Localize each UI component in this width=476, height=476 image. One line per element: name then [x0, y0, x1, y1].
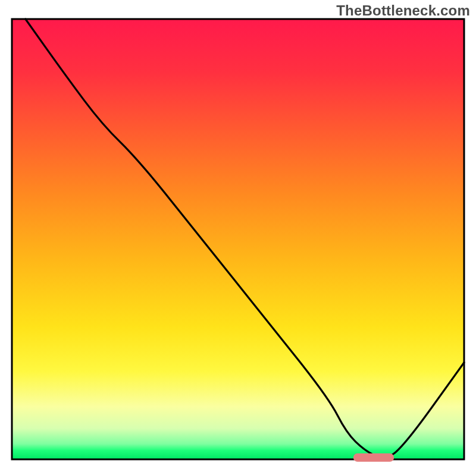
- watermark-text: TheBottleneck.com: [336, 2, 470, 19]
- plot-background-gradient: [12, 19, 464, 459]
- chart-frame: TheBottleneck.com: [0, 0, 476, 476]
- optimal-zone-marker: [353, 453, 394, 462]
- chart-svg: [0, 0, 476, 476]
